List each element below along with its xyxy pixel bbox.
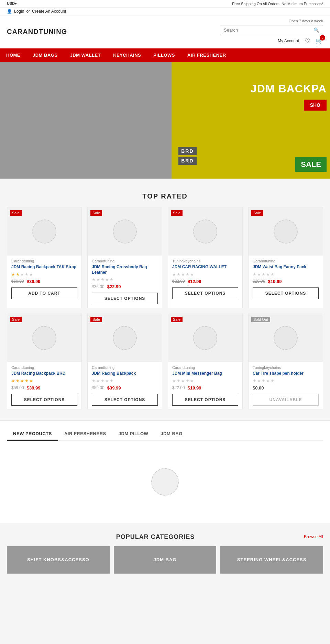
nav-keychains[interactable]: KEYCHAINS <box>107 48 147 62</box>
star-icon: ★ <box>110 277 113 282</box>
product-name: JDM Waist Bag Fanny Pack <box>253 264 319 270</box>
star-icon: ★ <box>25 272 29 277</box>
user-icon: 👤 <box>7 9 12 14</box>
popular-categories-section: POPULAR CATEGORIES Browse All SHIFT KNOB… <box>0 523 330 584</box>
hero-yellow-area: JDM BACKPA SHO BRD BRD SALE <box>172 62 330 179</box>
product-stars: ★★★★★ <box>253 272 319 277</box>
product-card: Sale Carandtuning JDM Racing Crossbody B… <box>87 207 162 308</box>
product-badge: Sold Out <box>251 317 270 322</box>
search-button[interactable]: 🔍 <box>310 25 323 35</box>
nav-jdm-bags[interactable]: JDM BAGS <box>26 48 64 62</box>
create-account-link[interactable]: Create An Account <box>32 9 66 14</box>
product-image-circle <box>274 326 298 350</box>
product-info: Carandtuning JDM Waist Bag Fanny Pack ★★… <box>249 256 323 303</box>
original-price: $29.99 <box>253 279 265 284</box>
product-badge: Sale <box>251 210 263 216</box>
new-products-tab[interactable]: JDM BAG <box>154 428 188 441</box>
sale-price: $12.99 <box>188 279 201 284</box>
product-badge: Sale <box>10 317 22 322</box>
product-image-circle <box>113 219 137 244</box>
product-action-button[interactable]: SELECT OPTIONS <box>253 287 319 299</box>
product-card: Sale Carandtuning JDM Racing Backpack ★★… <box>87 314 162 409</box>
account-bar: 👤 Login or Create An Account <box>0 8 330 15</box>
product-image-circle <box>32 326 56 350</box>
product-brand: Carandtuning <box>11 259 77 263</box>
category-label: SHIFT KNOBS&ACCESSO <box>27 557 89 562</box>
hero-title: JDM BACKPA <box>251 82 327 95</box>
product-stars: ★★★★★ <box>11 379 77 383</box>
category-card[interactable]: STEERING WHEEL&ACCESS <box>220 546 323 574</box>
star-icon: ★ <box>20 379 24 383</box>
browse-all-link[interactable]: Browse All <box>304 534 323 539</box>
nav-home[interactable]: HOME <box>0 48 26 62</box>
star-icon: ★ <box>181 272 185 277</box>
product-card: Sold Out Tuningkeychains Car Tire shape … <box>248 314 323 409</box>
new-products-tab[interactable]: AIR FRESHENERS <box>58 428 112 441</box>
nav-pillows[interactable]: PILLOWS <box>147 48 181 62</box>
product-action-button[interactable]: SELECT OPTIONS <box>172 287 238 299</box>
my-account-label[interactable]: My Account <box>278 38 299 43</box>
hero-shop-button[interactable]: SHO <box>304 100 327 111</box>
original-price: $22.00 <box>172 385 185 390</box>
product-action-button[interactable]: SELECT OPTIONS <box>11 394 77 406</box>
product-card: Sale Carandtuning JDM Mini Messenger Bag… <box>168 314 243 409</box>
product-action-button[interactable]: SELECT OPTIONS <box>172 394 238 406</box>
product-card: Sale Carandtuning JDM Racing Backpack BR… <box>7 314 82 409</box>
shipping-text: Free Shipping On All Orders. No Minimum … <box>232 2 323 6</box>
product-info: Tuningkeychains Car Tire shape pen holde… <box>249 362 323 409</box>
star-icon: ★ <box>96 379 100 383</box>
product-brand: Carandtuning <box>172 365 238 370</box>
star-icon: ★ <box>29 272 33 277</box>
top-bar: USD▾ Free Shipping On All Orders. No Min… <box>0 0 330 8</box>
original-price: $59.00 <box>11 279 24 284</box>
star-icon: ★ <box>96 277 100 282</box>
new-products-tab[interactable]: NEW PRODUCTS <box>7 428 58 441</box>
star-icon: ★ <box>181 379 185 383</box>
wishlist-button[interactable]: ♡ <box>305 37 310 45</box>
product-price: $36.00 $22.99 <box>92 284 158 289</box>
product-brand: Tuningkeychains <box>253 365 319 370</box>
star-icon: ★ <box>11 272 15 277</box>
product-image-circle <box>32 219 56 244</box>
categories-grid: SHIFT KNOBS&ACCESSOJDM BAGSTEERING WHEEL… <box>7 546 323 574</box>
cart-button[interactable]: 🛒 0 <box>316 37 323 45</box>
hero-gray-area <box>0 62 172 179</box>
nav-jdm-wallet[interactable]: JDM WALLET <box>64 48 107 62</box>
original-price: $59.00 <box>11 385 24 390</box>
hero-sale-badge: SALE <box>295 157 327 172</box>
star-icon: ★ <box>177 272 180 277</box>
product-name: JDM Racing Crossbody Bag Leather <box>92 264 158 275</box>
sale-price: $19.99 <box>188 385 201 391</box>
new-products-tab[interactable]: JDM PILLOW <box>112 428 155 441</box>
product-badge: Sale <box>171 317 183 322</box>
star-icon: ★ <box>25 379 29 383</box>
login-link[interactable]: Login <box>14 9 24 14</box>
products-grid: Sale Carandtuning JDM Racing Backpack TA… <box>7 207 323 409</box>
search-input[interactable] <box>220 25 310 35</box>
logo[interactable]: CARANDTUNING <box>7 28 67 36</box>
category-card[interactable]: JDM BAG <box>114 546 217 574</box>
star-icon: ★ <box>253 379 256 383</box>
open-hours: Open 7 days a week <box>289 19 323 23</box>
product-action-button[interactable]: SELECT OPTIONS <box>92 293 158 304</box>
product-action-button[interactable]: ADD TO CART <box>11 287 77 299</box>
star-icon: ★ <box>172 379 176 383</box>
product-badge: Sale <box>171 210 183 216</box>
category-label: JDM BAG <box>154 557 177 562</box>
category-card[interactable]: SHIFT KNOBS&ACCESSO <box>7 546 110 574</box>
product-brand: Carandtuning <box>253 259 319 263</box>
product-price: $22.00 $19.99 <box>172 385 238 391</box>
nav-air-freshener[interactable]: AIR FRESHENER <box>181 48 232 62</box>
star-icon: ★ <box>20 272 24 277</box>
product-action-button[interactable]: SELECT OPTIONS <box>92 394 158 406</box>
star-icon: ★ <box>101 277 104 282</box>
product-name: JDM Mini Messenger Bag <box>172 371 238 376</box>
product-price: $0.00 <box>253 385 319 391</box>
star-icon: ★ <box>29 379 33 383</box>
currency[interactable]: USD▾ <box>7 1 17 6</box>
product-card: Sale Tuningkeychains JDM CAR RACING WALL… <box>168 207 243 308</box>
price: $0.00 <box>253 385 264 391</box>
product-brand: Carandtuning <box>92 365 158 370</box>
product-name: Car Tire shape pen holder <box>253 371 319 376</box>
product-brand: Carandtuning <box>92 259 158 263</box>
